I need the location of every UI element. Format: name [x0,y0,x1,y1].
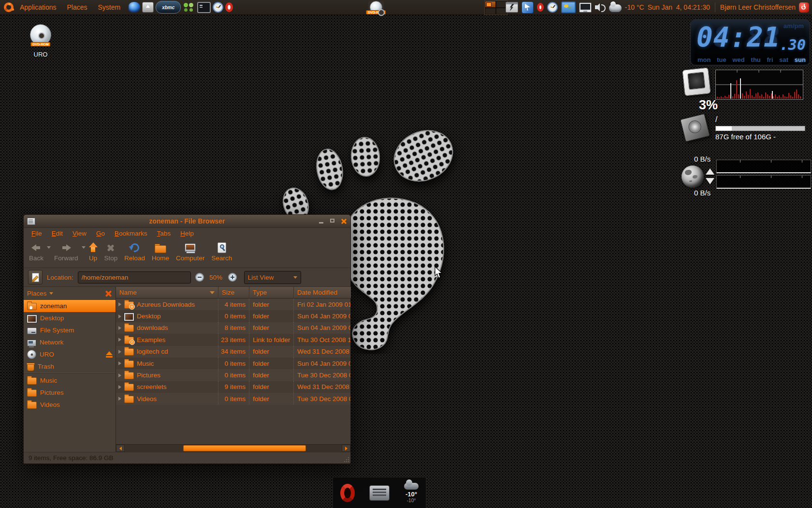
chevron-down-icon[interactable] [49,292,53,295]
titlebar[interactable]: zoneman - File Browser [24,215,350,228]
toolbar-button[interactable]: Back [26,240,47,263]
resize-grip[interactable] [343,456,349,462]
drive-dock-icon[interactable] [369,485,390,501]
volume-icon[interactable] [595,2,606,12]
opera-dock-icon[interactable] [340,484,355,502]
opera-tray-icon[interactable] [537,3,544,12]
file-row[interactable]: Videos 0 items folder Tue 30 Dec 2008 0 [116,393,350,404]
panel-menu[interactable]: Applications [14,0,62,15]
file-row[interactable]: logitech cd 34 items folder Wed 31 Dec 2… [116,346,350,358]
workspace-3[interactable] [485,8,496,15]
sidebar-header-label[interactable]: Places [27,290,47,297]
displays-icon[interactable] [579,2,592,13]
menubar-item[interactable]: Help [175,229,199,238]
file-row[interactable]: Pictures 0 items folder Tue 30 Dec 2008 … [116,369,350,381]
column-header-date-modified[interactable]: Date Modified [294,287,350,298]
menubar-item[interactable]: Bookmarks [110,229,152,238]
close-sidebar-icon[interactable] [105,290,112,297]
minimize-button[interactable] [318,218,325,224]
location-input[interactable] [78,271,191,284]
terminal-icon[interactable] [197,2,211,13]
file-row[interactable]: Azureus Downloads 4 items folder Fri 02 … [116,299,350,310]
force-quit-icon[interactable] [506,2,518,13]
column-header-type[interactable]: Type [249,287,294,298]
sidebar-place-item[interactable]: zoneman [24,300,116,312]
toolbar-button[interactable]: Reload [121,240,148,263]
file-row[interactable]: screenlets 9 items folder Wed 31 Dec 200… [116,381,350,393]
menubar-item[interactable]: Edit [47,229,68,238]
panel-clock[interactable]: Sun Jan 4, 04:21:30 [648,3,710,11]
column-header-name[interactable]: Name [116,287,218,298]
panel-username[interactable]: Bjørn Leer Christoffersen [720,3,796,11]
desktop-icon-label: URO [26,51,55,58]
zoom-out-icon[interactable] [195,273,204,282]
file-row[interactable]: Music 0 items folder Sun 04 Jan 2009 03 [116,358,350,369]
expander-icon[interactable] [118,338,121,342]
opera-icon[interactable] [225,2,233,12]
chevron-down-icon[interactable] [47,246,51,249]
power-button-icon[interactable] [799,2,809,13]
ubuntu-logo-icon[interactable] [4,2,14,12]
column-header-size[interactable]: Size [218,287,249,298]
view-mode-select[interactable]: List View [244,271,301,284]
sidebar-place-item[interactable]: File System [24,324,116,336]
panel-temperature[interactable]: -10 °C [625,3,644,11]
scroll-right-button[interactable] [342,445,350,452]
menubar-item[interactable]: Tabs [152,229,176,238]
expander-icon[interactable] [118,397,121,401]
users-icon[interactable] [183,2,195,13]
menubar-item[interactable]: Go [91,229,110,238]
file-name: downloads [137,324,168,331]
sidebar-place-item[interactable]: URO [24,348,116,360]
desktop-icon-uro[interactable]: DVD-ROM URO [26,24,55,58]
pointer-settings-icon[interactable] [522,1,534,14]
file-row[interactable]: Examples 23 items Link to folder Thu 30 … [116,334,350,345]
zoom-in-icon[interactable] [228,273,237,282]
scrollbar-thumb[interactable] [183,445,305,451]
expander-icon[interactable] [118,326,121,330]
edit-location-button[interactable] [28,270,43,284]
panel-menu[interactable]: System [93,0,126,15]
sidebar-place-item[interactable]: Videos [24,399,116,411]
expander-icon[interactable] [118,374,121,377]
toolbar-button[interactable]: Computer [173,240,208,263]
panel-menu[interactable]: Places [62,0,93,15]
weather-cloud-icon[interactable] [609,4,622,12]
scroll-left-button[interactable] [116,445,125,452]
toolbar-button[interactable]: Home [148,240,173,263]
expander-icon[interactable] [118,350,121,354]
file-row[interactable]: downloads 8 items folder Sun 04 Jan 2009… [116,322,350,334]
file-row[interactable]: Desktop 0 items folder Sun 04 Jan 2009 0… [116,310,350,322]
net-download-graph [716,175,811,189]
menubar-item[interactable]: View [68,229,91,238]
close-button[interactable] [340,218,347,224]
package-icon[interactable] [142,2,154,13]
eject-icon[interactable] [105,351,113,358]
xbmc-icon[interactable]: xbmc [156,1,181,14]
wallpaper-icon[interactable] [561,1,576,13]
sidebar-place-item[interactable]: Pictures [24,387,116,399]
expander-icon[interactable] [118,302,121,306]
analog-clock-icon[interactable] [213,2,223,13]
toolbar-button[interactable]: Forward [51,240,82,263]
azureus-icon[interactable] [129,2,140,13]
chevron-down-icon[interactable] [82,246,86,249]
expander-icon[interactable] [118,385,121,389]
dvd-mount-notification[interactable]: DVD-ROM [368,1,384,15]
toolbar-button[interactable]: Stop [101,240,121,263]
sidebar-place-item[interactable]: Trash [24,360,116,373]
weather-dock-widget[interactable]: -10° -10° [404,483,419,503]
sidebar-place-item[interactable]: Music [24,374,116,387]
maximize-button[interactable] [329,218,336,224]
sidebar-place-item[interactable]: Network [24,336,116,348]
toolbar-button[interactable]: Up [86,240,101,263]
clock-tray-icon[interactable] [547,2,558,13]
expander-icon[interactable] [118,314,121,318]
toolbar-button[interactable]: Search [208,240,235,263]
scrollbar-track[interactable] [125,445,342,452]
menubar-item[interactable]: File [27,229,47,238]
workspace-1[interactable] [485,1,496,8]
expander-icon[interactable] [118,361,121,365]
file-date-cell: Tue 30 Dec 2008 0 [294,369,350,381]
sidebar-place-item[interactable]: Desktop [24,312,116,324]
